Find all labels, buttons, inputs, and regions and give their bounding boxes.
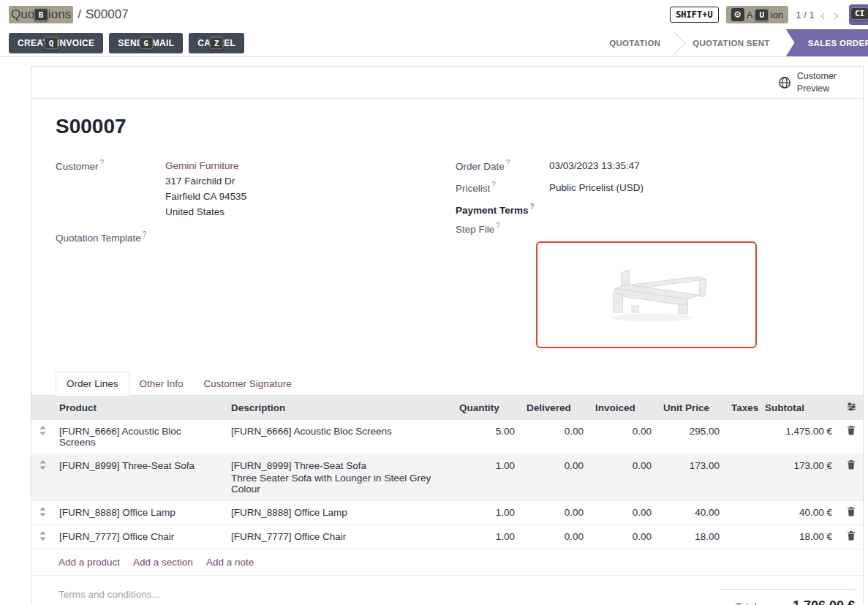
cell-taxes[interactable] <box>725 525 759 549</box>
quantity-column-header[interactable]: Quantity <box>453 396 521 420</box>
order-date-value[interactable]: 03/03/2023 13:35:47 <box>549 159 640 174</box>
cell-delivered[interactable]: 0.00 <box>521 454 589 500</box>
pricelist-value[interactable]: Public Pricelist (USD) <box>549 181 644 196</box>
row-drag-handle[interactable] <box>31 525 53 549</box>
delete-line-button[interactable] <box>838 500 864 525</box>
delivered-column-header[interactable]: Delivered <box>521 396 589 420</box>
customer-preview-button[interactable]: Customer Preview <box>778 70 837 95</box>
breadcrumb: Quotations B / S00007 <box>9 6 129 23</box>
cell-description[interactable]: [FURN_7777] Office Chair <box>225 525 453 549</box>
cell-product[interactable]: [FURN_7777] Office Chair <box>53 525 225 549</box>
cell-product[interactable]: [FURN_8999] Three-Seat Sofa <box>53 454 225 500</box>
drag-handle-icon <box>39 507 46 516</box>
taxes-column-header[interactable]: Taxes <box>725 396 759 420</box>
terms-and-conditions-input[interactable]: Terms and conditions... <box>59 589 160 600</box>
hint-badge-action: U <box>755 9 769 21</box>
pager: 1 / 1 ‹ › <box>796 7 842 22</box>
customer-label: Customer? <box>56 159 165 220</box>
cell-delivered[interactable]: 0.00 <box>521 500 589 525</box>
send-email-button[interactable]: SEND EMAIL G <box>109 33 183 53</box>
add-section-link[interactable]: Add a section <box>133 557 193 568</box>
tab-order-lines[interactable]: Order Lines <box>56 372 129 396</box>
total-label: Total: <box>720 601 759 605</box>
field-quotation-template[interactable]: Quotation Template? <box>56 230 456 244</box>
trash-icon <box>847 426 856 435</box>
quotation-template-label: Quotation Template? <box>56 230 165 244</box>
cell-product[interactable]: [FURN_6666] Acoustic Bloc Screens <box>53 420 225 454</box>
cell-quantity[interactable]: 1.00 <box>453 500 521 525</box>
customer-address-line3: United States <box>165 205 246 220</box>
cell-description[interactable]: [FURN_6666] Acoustic Bloc Screens <box>225 420 453 454</box>
status-step-quotation-sent[interactable]: QUOTATION SENT <box>676 29 785 56</box>
field-pricelist: Pricelist? Public Pricelist (USD) <box>456 181 856 196</box>
cell-invoiced[interactable]: 0.00 <box>589 420 657 454</box>
cell-taxes[interactable] <box>725 500 759 525</box>
field-payment-terms[interactable]: Payment Terms? <box>456 203 856 216</box>
subtotal-column-header[interactable]: Subtotal <box>759 396 838 420</box>
pricelist-label: Pricelist? <box>456 181 549 196</box>
description-column-header[interactable]: Description <box>225 396 453 420</box>
field-customer: Customer? Gemini Furniture 317 Fairchild… <box>56 159 456 220</box>
drag-handle-icon <box>39 426 46 435</box>
row-drag-handle[interactable] <box>31 500 53 525</box>
step-file-preview[interactable] <box>536 241 757 348</box>
cell-invoiced[interactable]: 0.00 <box>589 525 657 549</box>
status-step-quotation[interactable]: QUOTATION <box>593 29 676 56</box>
hint-badge-breadcrumb: B <box>34 9 48 21</box>
delete-line-button[interactable] <box>838 420 864 454</box>
cancel-button[interactable]: CANCEL Z <box>189 33 244 53</box>
order-line-row[interactable]: [FURN_7777] Office Chair [FURN_7777] Off… <box>31 525 864 549</box>
cell-invoiced[interactable]: 0.00 <box>589 454 657 500</box>
invoiced-column-header[interactable]: Invoiced <box>589 396 657 420</box>
order-line-row[interactable]: [FURN_8999] Three-Seat Sofa [FURN_8999] … <box>31 454 864 500</box>
add-note-link[interactable]: Add a note <box>206 557 254 568</box>
pager-next-button[interactable]: › <box>831 7 842 22</box>
cell-quantity[interactable]: 1.00 <box>453 525 521 549</box>
add-product-link[interactable]: Add a product <box>59 557 120 568</box>
corner-create-button[interactable]: CI <box>849 4 868 25</box>
cell-unit-price[interactable]: 173.00 <box>657 454 725 500</box>
order-line-row[interactable]: [FURN_8888] Office Lamp [FURN_8888] Offi… <box>31 500 864 525</box>
pager-count: 1 / 1 <box>796 10 814 20</box>
order-line-row[interactable]: [FURN_6666] Acoustic Bloc Screens [FURN_… <box>31 420 864 454</box>
help-icon: ? <box>496 222 500 230</box>
cell-taxes[interactable] <box>725 420 759 454</box>
customer-value-link[interactable]: Gemini Furniture <box>165 160 239 171</box>
cell-invoiced[interactable]: 0.00 <box>589 500 657 525</box>
cell-taxes[interactable] <box>725 454 759 500</box>
delete-line-button[interactable] <box>838 525 864 549</box>
row-drag-handle[interactable] <box>31 454 53 500</box>
help-icon: ? <box>491 181 496 189</box>
unit-price-column-header[interactable]: Unit Price <box>657 396 725 420</box>
cell-description[interactable]: [FURN_8888] Office Lamp <box>225 500 453 525</box>
delete-line-button[interactable] <box>838 454 864 500</box>
create-invoice-button[interactable]: CREATE INVOICE Q <box>9 33 103 53</box>
payment-terms-label: Payment Terms? <box>456 203 549 216</box>
cell-quantity[interactable]: 1.00 <box>453 454 521 500</box>
cell-delivered[interactable]: 0.00 <box>521 525 589 549</box>
table-header-row: Product Description Quantity Delivered I… <box>31 396 864 420</box>
notebook-tabs: Order Lines Other Info Customer Signatur… <box>31 372 863 396</box>
cell-product[interactable]: [FURN_8888] Office Lamp <box>53 500 225 525</box>
line-add-links: Add a product Add a section Add a note <box>31 549 863 576</box>
cell-unit-price[interactable]: 18.00 <box>657 525 725 549</box>
globe-icon <box>778 76 791 89</box>
breadcrumb-quotations-link[interactable]: Quotations B <box>9 6 73 23</box>
optional-columns-toggle[interactable] <box>838 396 864 420</box>
row-drag-handle[interactable] <box>31 420 53 454</box>
tab-other-info[interactable]: Other Info <box>129 372 194 395</box>
top-bar: Quotations B / S00007 SHIFT+U ⚙ A U ion … <box>0 0 868 29</box>
cell-unit-price[interactable]: 40.00 <box>657 500 725 525</box>
cell-unit-price[interactable]: 295.00 <box>657 420 725 454</box>
status-step-sales-order[interactable]: SALES ORDER <box>786 29 868 56</box>
cell-quantity[interactable]: 5.00 <box>453 420 521 454</box>
product-column-header[interactable]: Product <box>53 396 225 420</box>
cell-description[interactable]: [FURN_8999] Three-Seat Sofa Three Seater… <box>225 454 453 500</box>
cell-delivered[interactable]: 0.00 <box>521 420 589 454</box>
status-pipeline: QUOTATION QUOTATION SENT SALES ORDER <box>593 29 868 56</box>
pager-prev-button[interactable]: ‹ <box>818 7 829 22</box>
tab-customer-signature[interactable]: Customer Signature <box>194 372 302 395</box>
action-label-prefix: A <box>747 10 753 20</box>
help-icon: ? <box>506 159 510 167</box>
action-menu-button[interactable]: ⚙ A U ion <box>726 6 789 23</box>
